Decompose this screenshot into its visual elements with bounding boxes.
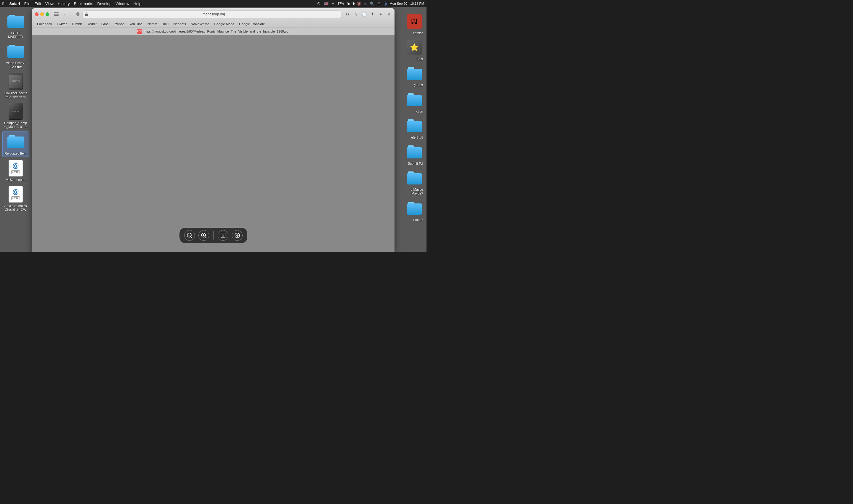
- siri-icon[interactable]: ◎: [384, 1, 387, 6]
- desktop-icons-left: I GOT MARRIED Video-Essay-Blo Stuff VIDE…: [0, 8, 31, 213]
- svg-rect-0: [85, 14, 88, 16]
- pdf-zoom-out-button[interactable]: [184, 230, 195, 241]
- desktop-icon-workouts[interactable]: rkouts!: [398, 198, 424, 223]
- bookmark-youtube[interactable]: YouTube: [127, 22, 144, 26]
- icon-stuff: ⭐: [406, 38, 423, 56]
- sidebar-toggle[interactable]: [54, 13, 59, 16]
- desktop-icon-gstuff[interactable]: g Stuff: [398, 64, 424, 88]
- bookmark-googlemaps[interactable]: Google Maps: [212, 22, 236, 26]
- desktop-icon-article[interactable]: @ HTTP Article Submiss Checklist - XW: [2, 184, 29, 213]
- bookmark-yahoo[interactable]: Yahoo: [113, 22, 126, 26]
- desktop-icon-comics[interactable]: 🕮 comics: [398, 11, 424, 36]
- search-icon[interactable]: 🔍: [370, 1, 374, 6]
- flag-icon: 🇺🇸: [324, 1, 328, 6]
- bookmark-reddit[interactable]: Reddit: [85, 22, 99, 26]
- bookmark-neopets[interactable]: Neopets: [171, 22, 188, 26]
- menubar-window[interactable]: Window: [115, 1, 129, 6]
- bookmark-nanowrimo[interactable]: NaNoWriMo: [189, 22, 211, 26]
- bookmark-button[interactable]: ☆: [353, 12, 358, 17]
- pdf-toolbar: [179, 228, 247, 243]
- pdf-icon-label: PDF: [137, 30, 142, 33]
- desktop-icon-label-relocated: Relocated Item: [4, 151, 28, 156]
- svg-line-5: [205, 237, 206, 238]
- control-center-icon[interactable]: ⊞: [377, 1, 380, 6]
- desktop-icon-fiction[interactable]: fiction: [398, 90, 424, 114]
- pdf-toolbar-divider: [213, 231, 214, 239]
- desktop-icon-compaq[interactable]: IMAGE Compaq_Comp rs_Mash...-01.m: [2, 101, 29, 130]
- minimize-button[interactable]: [40, 13, 44, 16]
- desktop-icon-howthegooch[interactable]: VIDEO HowTheGoochs eChristmas.m: [2, 71, 29, 100]
- url-bar[interactable]: monoskop.org: [82, 11, 341, 18]
- pdf-download-button[interactable]: [232, 230, 243, 241]
- bookmark-hulu[interactable]: Hulu: [160, 22, 171, 26]
- new-tab-button[interactable]: +: [378, 12, 383, 17]
- browser-titlebar: ‹ › monoskop.org ↻ ☆ 🕐 ⬆: [32, 8, 394, 20]
- tab-overview-button[interactable]: ⧉: [386, 12, 392, 17]
- zoom-out-icon: [186, 232, 193, 238]
- sidebar-line-3: [54, 15, 59, 16]
- desktop-icon-label-submitto: Submit To!: [399, 162, 423, 165]
- battery-indicator: [347, 2, 354, 5]
- forward-button[interactable]: ›: [68, 12, 73, 17]
- pdf-url-bar: PDF https://monoskop.org/images/8/80/Mer…: [32, 28, 394, 35]
- maximize-button[interactable]: [46, 13, 49, 16]
- desktop-icon-label-article: Article Submiss Checklist - XW: [4, 204, 28, 212]
- desktop-icon-elestuff[interactable]: ele Stuff: [398, 116, 424, 141]
- history-button[interactable]: 🕐: [361, 12, 367, 17]
- desktop-icon-label-workouts: rkouts!: [399, 218, 423, 222]
- share-button[interactable]: ⬆: [370, 12, 375, 17]
- bluetooth-icon[interactable]: ✲: [332, 1, 335, 6]
- menubar-left:  Safari File Edit View History Bookmark…: [2, 1, 141, 6]
- url-display[interactable]: monoskop.org: [89, 12, 339, 16]
- svg-line-2: [191, 237, 192, 238]
- desktop-icon-label-maybe: o Maybe Maybe?: [399, 188, 423, 195]
- bookmarks-bar: Facebook Twitter Tumblr Reddit Gmail Yah…: [32, 20, 394, 28]
- desktop-icon-muo[interactable]: @ HTTP MUO ‹ Log In: [2, 158, 29, 183]
- menubar-bookmarks[interactable]: Bookmarks: [74, 1, 93, 6]
- traffic-lights: [35, 13, 49, 16]
- menubar-edit[interactable]: Edit: [35, 1, 41, 6]
- menubar-develop[interactable]: Develop: [97, 1, 111, 6]
- speaker-icon[interactable]: 🔇: [357, 1, 361, 6]
- desktop-icon-maybe[interactable]: o Maybe Maybe?: [398, 168, 424, 197]
- folder-icon-maybe: [406, 169, 423, 187]
- menubar-file[interactable]: File: [24, 1, 31, 6]
- wifi-icon[interactable]: ⌾: [364, 1, 367, 6]
- menubar:  Safari File Edit View History Bookmark…: [0, 0, 427, 7]
- folder-icon-gstuff: [406, 65, 423, 82]
- refresh-button[interactable]: ↻: [345, 12, 350, 17]
- bookmark-googletranslate[interactable]: Google Translate: [237, 22, 267, 26]
- bookmark-gmail[interactable]: Gmail: [99, 22, 112, 26]
- time-machine-icon[interactable]: ⏱: [317, 1, 321, 6]
- pdf-zoom-in-button[interactable]: [198, 230, 209, 241]
- menubar-history[interactable]: History: [58, 1, 70, 6]
- menubar-help[interactable]: Help: [133, 1, 141, 6]
- folder-icon-workouts: [406, 199, 423, 217]
- bookmark-tumblr[interactable]: Tumblr: [69, 22, 84, 26]
- folder-icon-relocated: [7, 133, 24, 151]
- pdf-content-area[interactable]: [32, 35, 394, 252]
- icon-comics: 🕮: [406, 13, 423, 30]
- desktop-icon-videoessay[interactable]: Video-Essay-Blo Stuff: [2, 41, 29, 70]
- time: 10:18 PM: [410, 2, 424, 5]
- menubar-app-name[interactable]: Safari: [9, 1, 20, 6]
- zoom-in-icon: [201, 232, 207, 238]
- menubar-view[interactable]: View: [45, 1, 54, 6]
- desktop-icon-relocated[interactable]: Relocated Item: [2, 131, 29, 157]
- bookmark-twitter[interactable]: Twitter: [55, 22, 69, 26]
- desktop-icon-label-gstuff: g Stuff: [399, 83, 423, 87]
- battery-tip: [354, 3, 355, 4]
- battery-percent: 37%: [338, 2, 344, 5]
- desktop-icon-label-igotmarried: I GOT MARRIED: [4, 31, 28, 39]
- desktop:  Safari File Edit View History Bookmark…: [0, 0, 427, 252]
- desktop-icon-stuff[interactable]: ⭐ Stuff: [398, 37, 424, 62]
- desktop-icon-igotmarried[interactable]: I GOT MARRIED: [2, 11, 29, 40]
- bookmark-netflix[interactable]: Netflix: [145, 22, 159, 26]
- close-button[interactable]: [35, 13, 38, 16]
- back-button[interactable]: ‹: [62, 12, 68, 17]
- http-file-icon-article: @ HTTP: [7, 185, 24, 203]
- desktop-icon-submitto[interactable]: Submit To!: [398, 142, 424, 167]
- pdf-fit-page-button[interactable]: [218, 230, 228, 241]
- apple-menu[interactable]: : [2, 1, 4, 6]
- bookmark-facebook[interactable]: Facebook: [35, 22, 54, 26]
